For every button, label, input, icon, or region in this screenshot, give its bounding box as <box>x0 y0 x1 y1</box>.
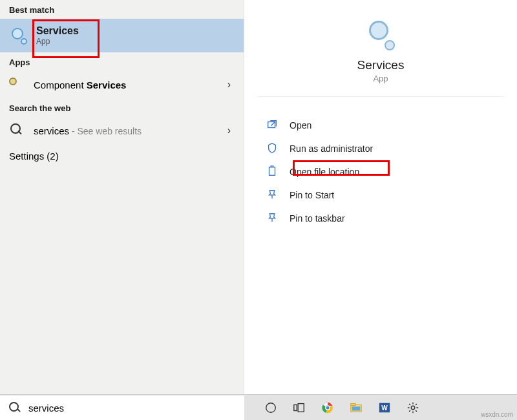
annotation-highlight-services <box>32 19 100 58</box>
task-view-icon[interactable] <box>292 401 306 415</box>
open-icon <box>266 119 279 132</box>
search-web-header: Search the web <box>0 98 244 117</box>
action-pin-taskbar[interactable]: Pin to taskbar <box>266 207 504 230</box>
annotation-highlight-run-admin <box>293 160 390 176</box>
pin-start-icon <box>266 189 279 202</box>
settings-icon[interactable] <box>406 401 420 415</box>
shield-icon <box>266 142 279 155</box>
action-run-admin[interactable]: Run as administrator <box>266 137 504 160</box>
cortana-icon[interactable] <box>264 401 278 415</box>
start-menu-search: Best match Services App Apps Component S… <box>0 0 517 394</box>
svg-rect-9 <box>351 403 355 405</box>
action-pin-start-label: Pin to Start <box>290 190 334 200</box>
search-results-panel: Best match Services App Apps Component S… <box>0 0 244 394</box>
chevron-right-icon[interactable]: › <box>227 79 231 90</box>
watermark: wsxdn.com <box>481 411 513 418</box>
preview-subtitle: App <box>373 74 388 83</box>
svg-text:W: W <box>381 404 388 411</box>
svg-rect-1 <box>269 167 275 176</box>
svg-rect-4 <box>298 403 304 412</box>
action-pin-taskbar-label: Pin to taskbar <box>290 213 345 224</box>
svg-point-13 <box>411 406 414 409</box>
folder-icon <box>266 165 279 178</box>
preview-panel: Services App Open Run as administrator <box>244 0 517 394</box>
result-component-services[interactable]: Component Services › <box>0 71 244 98</box>
search-icon <box>9 123 23 138</box>
word-icon[interactable]: W <box>377 401 392 415</box>
action-open-label: Open <box>290 120 311 131</box>
best-match-header: Best match <box>0 0 244 19</box>
component-services-icon <box>9 78 23 92</box>
chevron-right-icon[interactable]: › <box>227 125 231 136</box>
component-services-label: Component Services <box>34 79 227 90</box>
search-input[interactable] <box>28 403 235 414</box>
result-search-web[interactable]: services - See web results › <box>0 117 244 144</box>
svg-point-2 <box>266 403 276 412</box>
result-settings[interactable]: Settings (2) <box>0 144 244 168</box>
explorer-icon[interactable] <box>349 401 363 415</box>
svg-rect-10 <box>352 406 361 410</box>
web-result-label: services - See web results <box>34 125 227 136</box>
services-icon <box>9 26 27 45</box>
preview-hero: Services App <box>257 0 504 97</box>
action-run-admin-label: Run as administrator <box>290 143 373 154</box>
pin-taskbar-icon <box>266 212 279 225</box>
chrome-icon[interactable] <box>321 401 335 415</box>
preview-title: Services <box>357 58 405 72</box>
taskbar-icons: W <box>244 401 517 415</box>
taskbar: W <box>0 394 517 420</box>
action-open[interactable]: Open <box>266 114 504 137</box>
action-pin-start[interactable]: Pin to Start <box>266 184 504 207</box>
taskbar-search[interactable] <box>0 395 244 421</box>
svg-rect-3 <box>294 404 297 410</box>
svg-point-7 <box>326 405 330 409</box>
services-app-icon <box>365 19 396 50</box>
search-icon <box>9 402 21 414</box>
